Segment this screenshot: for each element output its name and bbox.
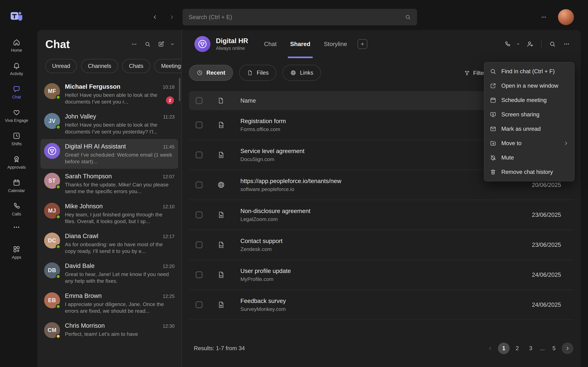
view-pill[interactable]: Links [283, 65, 321, 81]
teams-logo[interactable] [9, 9, 24, 23]
file-source: LegalZoom.com [240, 216, 493, 222]
row-checkbox[interactable] [196, 242, 202, 248]
filter-button[interactable]: Filter [464, 67, 486, 79]
context-menu-item[interactable]: Open in a new window [484, 79, 574, 93]
prev-page-button[interactable] [484, 342, 496, 354]
forward-button[interactable] [166, 11, 178, 23]
table-row[interactable]: PDF Contact support Zendesk.com 23/06/20… [189, 230, 573, 260]
global-search-input[interactable]: Search (Ctrl + E) [182, 9, 417, 25]
rail-item[interactable]: Calls [0, 197, 33, 221]
row-checkbox[interactable] [196, 211, 202, 218]
page-button[interactable]: 3 [525, 342, 536, 354]
conversation-item[interactable]: DB David Bale 12:20 Great to hear, Jane!… [40, 259, 178, 288]
chat-list-panel: Chat Unread Channels Chats Meetings [37, 30, 181, 367]
pdf-file-icon: PDF [217, 271, 225, 279]
tab[interactable]: Shared [284, 30, 317, 58]
rail-item[interactable]: Chat [0, 80, 33, 104]
conversation-time: 12:17 [163, 234, 174, 239]
new-chat-dropdown-button[interactable] [168, 38, 176, 50]
chat-filter-pill[interactable]: Chats [122, 59, 150, 73]
rail-item[interactable]: Calendar [0, 174, 33, 197]
avatar: ST [44, 173, 60, 189]
chat-filter-pill[interactable]: Channels [81, 59, 118, 73]
page-button[interactable]: 2 [511, 342, 523, 354]
table-row[interactable]: PDF User profile update MyProfile.com 24… [189, 260, 573, 290]
compose-icon [158, 41, 164, 48]
name-column-header: Name [240, 97, 493, 104]
select-all-checkbox[interactable] [196, 97, 202, 104]
rail-item[interactable]: Apps [0, 241, 33, 264]
conversation-item[interactable]: DC Diana Crawl 12:17 As for onboarding: … [40, 229, 178, 259]
row-checkbox[interactable] [196, 182, 202, 188]
conversation-item[interactable]: CM Chris Morrison 12:30 Perfect, team! L… [40, 318, 178, 342]
conversation-search-button[interactable] [546, 38, 559, 50]
table-row[interactable]: W Non-disclosure agreement LegalZoom.com… [189, 200, 573, 230]
page-button[interactable]: ... [538, 342, 546, 354]
context-menu-item[interactable]: Find in chat (Ctrl + F) [484, 64, 574, 79]
word-file-icon: W [217, 301, 225, 309]
view-pill[interactable]: Files [239, 65, 276, 81]
chat-filter-pill[interactable]: Unread [45, 59, 77, 73]
rail-item[interactable]: Activity [0, 57, 33, 80]
shifts-icon [13, 132, 20, 140]
conversation-preview: Hello! Have you been able to look at the… [65, 92, 174, 105]
row-checkbox[interactable] [196, 122, 202, 128]
rail-item[interactable]: Viva Engage [0, 104, 33, 127]
conversation-more-button[interactable] [561, 38, 573, 50]
conversation-item[interactable]: ST Sarah Thompson 12:07 Thanks for the u… [40, 169, 178, 199]
page-button[interactable]: 5 [548, 342, 560, 354]
rail-item[interactable] [0, 221, 33, 236]
back-button[interactable] [149, 11, 161, 23]
conversation-time: 12:20 [163, 264, 174, 269]
conversation-item[interactable]: Digital HR AI Assistant 11:45 Great! I’v… [40, 139, 178, 169]
conversation-item[interactable]: MF Michael Fergusson 10:18 Hello! Have y… [40, 79, 178, 109]
context-menu-item[interactable]: Screen sharing [484, 107, 574, 122]
chat-search-button[interactable] [141, 38, 154, 50]
presence-indicator [56, 274, 61, 279]
new-chat-button[interactable] [155, 38, 167, 50]
add-tab-button[interactable] [358, 39, 367, 49]
context-menu-item[interactable]: Schedule meeting [484, 93, 574, 107]
table-row[interactable]: W Feedback survey SurveyMonkey.com 24/06… [189, 290, 573, 320]
context-menu-item[interactable]: Move to [484, 136, 574, 150]
page-button[interactable]: 1 [498, 342, 510, 354]
conversation-item[interactable]: EB Emma Brown 12:25 I appreciate your di… [40, 288, 178, 318]
rail-item[interactable]: Home [0, 34, 33, 57]
row-checkbox[interactable] [196, 151, 202, 158]
file-name: Registration form [240, 118, 493, 125]
rail-item[interactable]: Shifts [0, 127, 33, 151]
chat-more-button[interactable] [128, 38, 140, 50]
conversation-list: MF Michael Fergusson 10:18 Hello! Have y… [37, 79, 181, 342]
file-name: https://app.peopleforce.io/tenants/new [240, 178, 493, 184]
conversation-time: 10:18 [163, 84, 174, 90]
context-menu-item[interactable]: Remove chat history [484, 165, 574, 179]
user-avatar[interactable] [558, 9, 574, 25]
rail-item[interactable]: Approvals [0, 151, 33, 174]
call-button[interactable] [501, 38, 514, 50]
presence-indicator [56, 184, 61, 189]
next-page-button[interactable] [562, 342, 573, 354]
row-checkbox[interactable] [196, 271, 202, 278]
word-file-icon: W [217, 151, 225, 159]
scrollbar-thumb[interactable] [179, 78, 180, 101]
svg-text:PDF: PDF [219, 245, 223, 247]
conversation-name: Sarah Thompson [65, 173, 160, 180]
context-menu-item[interactable]: Mark as unread [484, 122, 574, 136]
topbar-more-button[interactable] [538, 11, 550, 23]
file-source: SurveyMonkey.com [240, 306, 493, 312]
call-options-button[interactable] [514, 38, 522, 50]
tab[interactable]: Chat [257, 30, 283, 58]
person-add-icon [527, 40, 534, 48]
file-name: User profile update [240, 267, 493, 274]
view-pill[interactable]: Recent [189, 65, 233, 81]
context-menu-item[interactable]: Mute [484, 150, 574, 165]
conversation-item[interactable]: JV John Valley 11:23 Hello! Have you bee… [40, 109, 178, 139]
conversation-item[interactable]: MJ Mike Johnson 12:10 Hey team, I just f… [40, 199, 178, 229]
row-checkbox[interactable] [196, 301, 202, 308]
chat-panel-title: Chat [45, 38, 128, 50]
conversation-name: John Valley [65, 113, 160, 120]
file-date: 24/06/2025 [506, 272, 561, 278]
svg-text:W: W [220, 154, 223, 157]
tab[interactable]: Storyline [317, 30, 354, 58]
add-people-button[interactable] [524, 38, 536, 50]
